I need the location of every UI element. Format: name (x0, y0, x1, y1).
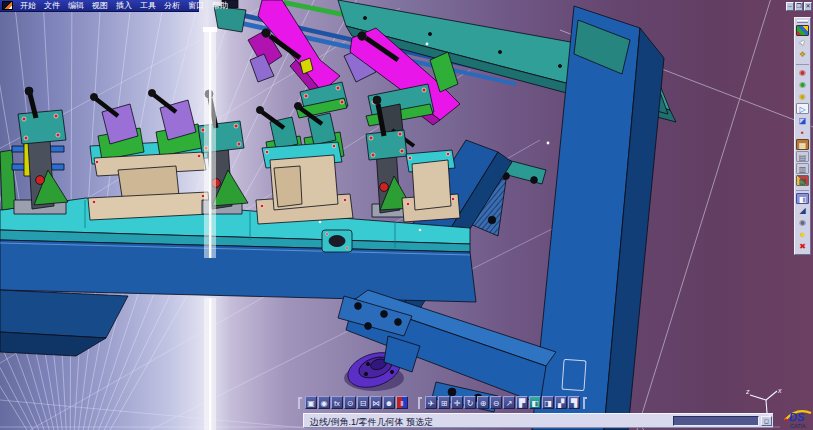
formula-fx-icon[interactable]: fx (331, 396, 343, 409)
status-message: 边线/倒角.1/零件几何体 预选定 (310, 416, 433, 429)
restore-button[interactable]: ❐ (795, 2, 803, 11)
paste-component-icon[interactable]: ◪ (796, 115, 809, 126)
assemble-box-icon[interactable]: ▦ (796, 139, 809, 150)
new-component-icon[interactable]: ▷ (796, 103, 809, 114)
bottom-toolbar: ▣◉fx⊙⊟⋈☻‖ ✈⊞✛↻⊕⊖↗▛◧◨▞▜ (296, 396, 590, 409)
fix-component-icon[interactable]: ▪ (796, 127, 809, 138)
user-icon[interactable]: ☻ (383, 396, 395, 409)
toolbar-drag-handle[interactable] (583, 397, 587, 409)
minimize-button[interactable]: – (786, 2, 794, 11)
pan-icon[interactable]: ✛ (451, 396, 463, 409)
structure-grid2-icon[interactable]: ▥ (796, 163, 809, 174)
menu-items: 开始文件编辑视图插入工具分析窗口帮助 (16, 0, 232, 11)
tile-window-icon[interactable]: ▜ (568, 396, 580, 409)
zoom-in-icon[interactable]: ⊕ (477, 396, 489, 409)
chat-balloon-icon[interactable]: ⊙ (344, 396, 356, 409)
menu-item-edit[interactable]: 编辑 (64, 0, 88, 11)
toolbar-drag-handle[interactable] (418, 397, 422, 409)
monitor-icon[interactable]: ⊟ (357, 396, 369, 409)
axis-x-label: x (777, 387, 782, 394)
axis-indicator: x z y (746, 386, 784, 418)
product-window-icon[interactable]: ▩ (796, 175, 809, 186)
quick-shot-icon[interactable]: ▣ (305, 396, 317, 409)
delete-x-icon[interactable]: ✖ (796, 241, 809, 252)
smart-snap-icon[interactable]: ◉ (796, 91, 809, 102)
multi-view-icon[interactable]: ▛ (516, 396, 528, 409)
viewport-3d[interactable] (0, 0, 813, 430)
smart-move-icon[interactable]: ◉ (796, 67, 809, 78)
logo-catia-text: CATIA (790, 423, 806, 429)
menu-item-view[interactable]: 视图 (88, 0, 112, 11)
right-toolbar-icons: ➤❖◉◉◉▷◪▪▦▤▥▩◧◢◉●✖ (795, 25, 810, 252)
fly-mode-icon[interactable]: ✈ (425, 396, 437, 409)
smart-flip-icon[interactable]: ◉ (796, 79, 809, 90)
menu-item-window[interactable]: 窗口 (184, 0, 208, 11)
application-window: 开始文件编辑视图插入工具分析窗口帮助 –❐✕ ➤❖◉◉◉▷◪▪▦▤▥▩◧◢◉●✖… (0, 0, 813, 430)
light-bulb-icon[interactable]: ● (796, 229, 809, 240)
normal-view-icon[interactable]: ↗ (503, 396, 515, 409)
fit-all-icon[interactable]: ⊞ (438, 396, 450, 409)
camera-eye-icon[interactable]: ◉ (796, 217, 809, 228)
logo-ds-text: DS (789, 411, 805, 423)
beam-front-plaque[interactable] (322, 230, 352, 252)
status-bar: 边线/倒角.1/零件几何体 预选定 ◻ (303, 413, 773, 428)
menu-bar: 开始文件编辑视图插入工具分析窗口帮助 (0, 0, 199, 12)
right-toolbar: ➤❖◉◉◉▷◪▪▦▤▥▩◧◢◉●✖ (794, 17, 811, 255)
menu-item-tools[interactable]: 工具 (136, 0, 160, 11)
structure-grid-icon[interactable]: ▤ (796, 151, 809, 162)
toolbar-separator (796, 62, 809, 65)
toolbar-separator (796, 188, 809, 191)
menu-item-file[interactable]: 文件 (40, 0, 64, 11)
toolbar-drag-handle[interactable] (797, 20, 808, 23)
catia-logo: DS CATIA (783, 404, 813, 430)
window-controls: –❐✕ (786, 2, 812, 11)
selection-window-icon[interactable]: ◧ (796, 193, 809, 204)
video-capture-icon[interactable]: ◉ (318, 396, 330, 409)
menu-item-analyze[interactable]: 分析 (160, 0, 184, 11)
network-icon[interactable]: ⋈ (370, 396, 382, 409)
menu-item-start[interactable]: 开始 (16, 0, 40, 11)
menu-item-insert[interactable]: 插入 (112, 0, 136, 11)
axis-y-label: y (767, 411, 772, 418)
menu-item-help[interactable]: 帮助 (208, 0, 232, 11)
capture-tools-group: ▣◉fx⊙⊟⋈☻‖ (305, 396, 409, 409)
levels-icon[interactable]: ‖ (396, 396, 408, 409)
axis-z-label: z (746, 388, 750, 395)
swap-space-icon[interactable]: ▞ (555, 396, 567, 409)
close-button[interactable]: ✕ (804, 2, 812, 11)
catia-app-icon[interactable] (2, 1, 13, 10)
view-tools-group: ✈⊞✛↻⊕⊖↗▛◧◨▞▜ (425, 396, 581, 409)
rotate-icon[interactable]: ↻ (464, 396, 476, 409)
shaded-view-icon[interactable]: ◧ (529, 396, 541, 409)
toolbar-drag-handle[interactable] (298, 397, 302, 409)
zoom-out-icon[interactable]: ⊖ (490, 396, 502, 409)
hide-show-icon[interactable]: ◨ (542, 396, 554, 409)
reference-plane-edge[interactable] (203, 27, 217, 430)
section-lines-icon[interactable]: ◢ (796, 205, 809, 216)
